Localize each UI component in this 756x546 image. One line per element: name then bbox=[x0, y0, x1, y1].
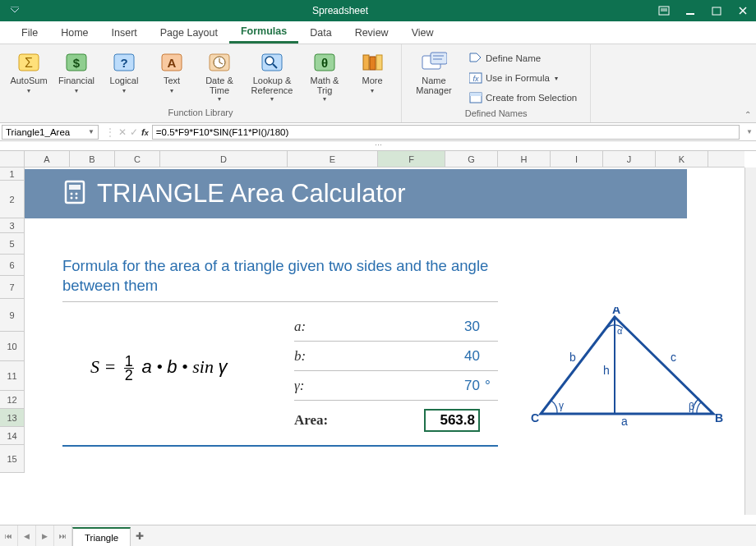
value-gamma[interactable]: 70 bbox=[360, 378, 485, 394]
select-all-corner[interactable] bbox=[0, 151, 25, 167]
math-trig-button[interactable]: θ Math & Trig▾ bbox=[302, 48, 347, 108]
column-header-I[interactable]: I bbox=[551, 151, 603, 167]
window-title: Spreadsheet bbox=[30, 5, 651, 16]
column-header-A[interactable]: A bbox=[25, 151, 70, 167]
svg-text:B: B bbox=[715, 411, 723, 424]
chevron-down-icon: ▼ bbox=[88, 128, 94, 135]
svg-text:A: A bbox=[168, 56, 177, 70]
svg-text:C: C bbox=[531, 411, 539, 424]
add-sheet-button[interactable]: ✚ bbox=[131, 525, 149, 546]
more-functions-button[interactable]: More▾ bbox=[350, 48, 394, 108]
sheet-nav-prev[interactable]: ◀ bbox=[18, 525, 36, 546]
maximize-button[interactable] bbox=[703, 0, 730, 21]
row-header-10[interactable]: 10 bbox=[0, 332, 24, 361]
books-icon bbox=[359, 51, 385, 74]
name-manager-button[interactable]: Name Manager bbox=[408, 48, 459, 108]
sheet-tab-triangle[interactable]: Triangle bbox=[72, 527, 131, 546]
menu-review[interactable]: Review bbox=[343, 21, 400, 44]
row-header-3[interactable]: 3 bbox=[0, 218, 24, 233]
formula-bar-expand[interactable]: ⋯ bbox=[0, 141, 756, 151]
close-button[interactable] bbox=[730, 0, 756, 21]
svg-rect-3 bbox=[712, 7, 721, 15]
formula-dropdown-icon[interactable]: ▼ bbox=[743, 128, 756, 135]
svg-text:β: β bbox=[689, 401, 694, 412]
subtitle-text: Formula for the area of a triangle given… bbox=[62, 256, 498, 296]
formula-bar: Triangle1_Area ▼ ⋮ ✕ ✓ fx ▼ bbox=[0, 123, 756, 141]
title-bar: Spreadsheet bbox=[0, 0, 756, 21]
spreadsheet-grid: ABCDEFGHIJK 1235679101112131415 TRIANGLE… bbox=[0, 151, 756, 515]
value-a[interactable]: 30 bbox=[360, 319, 485, 335]
sheet-nav-first[interactable]: ⏮ bbox=[0, 525, 18, 546]
fx-small-icon: fx bbox=[469, 71, 482, 85]
define-name-button[interactable]: Define Name bbox=[466, 49, 580, 67]
dollar-icon: $ bbox=[63, 51, 90, 74]
text-button[interactable]: A Text▾ bbox=[150, 48, 194, 108]
row-header-13[interactable]: 13 bbox=[0, 409, 24, 427]
svg-rect-30 bbox=[66, 181, 84, 203]
svg-text:a: a bbox=[621, 415, 628, 428]
column-header-E[interactable]: E bbox=[288, 151, 378, 167]
cells-area[interactable]: TRIANGLE Area Calculator Formula for the… bbox=[25, 167, 744, 515]
row-header-15[interactable]: 15 bbox=[0, 445, 24, 473]
svg-point-35 bbox=[76, 197, 78, 200]
row-header-12[interactable]: 12 bbox=[0, 391, 24, 409]
svg-text:b: b bbox=[569, 351, 576, 364]
title-banner: TRIANGLE Area Calculator bbox=[25, 169, 687, 218]
row-header-11[interactable]: 11 bbox=[0, 361, 24, 391]
menu-data[interactable]: Data bbox=[298, 21, 343, 44]
svg-text:?: ? bbox=[120, 56, 127, 70]
svg-rect-19 bbox=[363, 55, 369, 70]
logical-button[interactable]: ? Logical▾ bbox=[102, 48, 146, 108]
create-from-selection-button[interactable]: Create from Selection bbox=[466, 89, 580, 107]
column-header-J[interactable]: J bbox=[603, 151, 656, 167]
sigma-icon: Σ bbox=[16, 51, 42, 74]
row-header-2[interactable]: 2 bbox=[0, 181, 24, 218]
collapse-ribbon-icon[interactable]: ⌃ bbox=[744, 110, 751, 119]
use-in-formula-button[interactable]: fx Use in Formula ▾ bbox=[466, 69, 580, 87]
value-b[interactable]: 40 bbox=[360, 348, 485, 365]
vertical-scrollbar[interactable] bbox=[744, 167, 756, 515]
lookup-reference-button[interactable]: Lookup & Reference▾ bbox=[245, 48, 299, 108]
ribbon-options-icon[interactable] bbox=[651, 0, 677, 21]
quick-access-dropdown[interactable] bbox=[0, 7, 30, 15]
row-header-7[interactable]: 7 bbox=[0, 276, 24, 299]
column-header-B[interactable]: B bbox=[70, 151, 115, 167]
label-a: a: bbox=[294, 319, 360, 335]
svg-text:θ: θ bbox=[321, 56, 328, 70]
name-box[interactable]: Triangle1_Area ▼ bbox=[2, 125, 99, 140]
column-header-C[interactable]: C bbox=[115, 151, 160, 167]
menu-file[interactable]: File bbox=[10, 21, 49, 44]
minimize-button[interactable] bbox=[677, 0, 703, 21]
cancel-formula-button[interactable]: ✕ bbox=[118, 126, 127, 138]
row-header-1[interactable]: 1 bbox=[0, 167, 24, 181]
column-header-H[interactable]: H bbox=[498, 151, 551, 167]
menu-home[interactable]: Home bbox=[49, 21, 99, 44]
autosum-button[interactable]: Σ AutoSum▾ bbox=[7, 48, 51, 108]
column-header-D[interactable]: D bbox=[160, 151, 288, 167]
svg-point-15 bbox=[265, 57, 274, 65]
formula-input[interactable] bbox=[152, 125, 740, 140]
sheet-nav-next[interactable]: ▶ bbox=[36, 525, 54, 546]
menu-view[interactable]: View bbox=[400, 21, 445, 44]
value-area[interactable]: 563.8 bbox=[424, 409, 480, 432]
svg-rect-29 bbox=[470, 93, 482, 96]
row-header-9[interactable]: 9 bbox=[0, 299, 24, 332]
date-time-button[interactable]: Date & Time▾ bbox=[197, 48, 242, 108]
menu-page-layout[interactable]: Page Layout bbox=[149, 21, 229, 44]
theta-icon: θ bbox=[311, 51, 338, 74]
row-header-5[interactable]: 5 bbox=[0, 233, 24, 255]
menu-insert[interactable]: Insert bbox=[100, 21, 149, 44]
column-header-G[interactable]: G bbox=[445, 151, 498, 167]
sheet-nav-last[interactable]: ⏭ bbox=[54, 525, 72, 546]
row-header-14[interactable]: 14 bbox=[0, 427, 24, 445]
menu-formulas[interactable]: Formulas bbox=[229, 21, 298, 44]
svg-text:α: α bbox=[617, 326, 623, 336]
column-header-F[interactable]: F bbox=[378, 151, 445, 167]
fx-icon[interactable]: fx bbox=[141, 127, 149, 137]
triangle-diagram: α β γ A B C b c a h bbox=[524, 307, 730, 430]
svg-text:γ: γ bbox=[559, 400, 564, 411]
financial-button[interactable]: $ Financial▾ bbox=[54, 48, 99, 108]
accept-formula-button[interactable]: ✓ bbox=[130, 126, 138, 138]
column-header-K[interactable]: K bbox=[656, 151, 708, 167]
row-header-6[interactable]: 6 bbox=[0, 255, 24, 276]
